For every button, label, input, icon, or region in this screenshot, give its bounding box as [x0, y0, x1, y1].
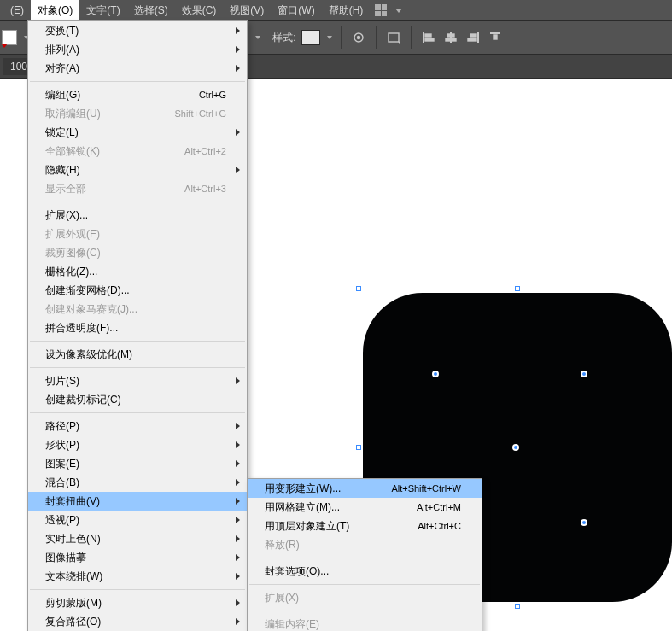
- menu-shortcut: Alt+Ctrl+3: [184, 184, 226, 194]
- menu-item[interactable]: 创建渐变网格(D)...: [28, 281, 247, 300]
- menu-item[interactable]: 封套扭曲(V): [28, 492, 247, 511]
- menu-item-label: 创建渐变网格(D)...: [45, 283, 130, 298]
- menu-item[interactable]: 剪切蒙版(M): [28, 593, 247, 612]
- fill-swatch[interactable]: [2, 30, 17, 45]
- menu-item[interactable]: 隐藏(H): [28, 161, 247, 179]
- anchor-point[interactable]: [581, 519, 587, 526]
- align-more-icon[interactable]: [487, 29, 504, 46]
- submenu-arrow-icon: [236, 441, 240, 448]
- menu-item-label: 混合(B): [45, 476, 79, 490]
- menubar: (E) 对象(O) 文字(T) 选择(S) 效果(C) 视图(V) 窗口(W) …: [0, 0, 672, 20]
- menu-item[interactable]: 文本绕排(W): [28, 567, 247, 586]
- menu-item-label: 释放(R): [265, 538, 300, 552]
- menu-item[interactable]: 形状(P): [28, 435, 247, 454]
- target-icon[interactable]: [350, 29, 367, 46]
- menu-text[interactable]: 文字(T): [79, 0, 126, 21]
- align-left-icon[interactable]: [420, 29, 437, 46]
- style-label: 样式:: [272, 31, 295, 45]
- menu-item[interactable]: 复合路径(O): [28, 612, 247, 631]
- menu-item-label: 取消编组(U): [45, 107, 101, 121]
- submenu-arrow-icon: [236, 65, 240, 72]
- anchor-point[interactable]: [432, 371, 439, 377]
- menu-item[interactable]: 路径(P): [28, 417, 247, 435]
- menu-item-label: 路径(P): [45, 419, 79, 434]
- align-artboard-icon[interactable]: [385, 29, 402, 46]
- anchor-point[interactable]: [512, 444, 519, 451]
- menu-item[interactable]: 拼合透明度(F)...: [28, 318, 247, 337]
- dropdown-icon[interactable]: [395, 9, 402, 13]
- workspace-icon[interactable]: [375, 4, 387, 16]
- menu-separator: [30, 412, 245, 413]
- svg-rect-4: [425, 34, 431, 37]
- menu-item[interactable]: 锁定(L): [28, 123, 247, 142]
- envelope-distort-submenu: 用变形建立(W)...Alt+Shift+Ctrl+W用网格建立(M)...Al…: [247, 478, 482, 631]
- menu-separator: [30, 341, 245, 342]
- menu-window[interactable]: 窗口(W): [271, 0, 321, 21]
- menu-select[interactable]: 选择(S): [127, 0, 175, 21]
- selection-handle[interactable]: [356, 286, 361, 291]
- submenu-arrow-icon: [236, 517, 240, 523]
- menu-item[interactable]: 对齐(A): [28, 59, 247, 78]
- menu-item-label: 拼合透明度(F)...: [45, 321, 118, 336]
- menu-effect[interactable]: 效果(C): [175, 0, 224, 21]
- menu-item[interactable]: 封套选项(O)...: [248, 562, 482, 581]
- menu-item-label: 隐藏(H): [45, 163, 80, 178]
- menu-shortcut: Ctrl+G: [199, 90, 226, 100]
- menu-item-label: 创建对象马赛克(J)...: [45, 302, 137, 317]
- menu-item[interactable]: 栅格化(Z)...: [28, 262, 247, 281]
- menu-item[interactable]: 用网格建立(M)...Alt+Ctrl+M: [248, 498, 482, 517]
- menu-item-label: 文本绕排(W): [45, 570, 102, 584]
- svg-rect-8: [446, 38, 456, 41]
- selection-handle[interactable]: [515, 604, 520, 609]
- menu-separator: [30, 589, 245, 590]
- submenu-arrow-icon: [236, 599, 240, 606]
- style-swatch[interactable]: [301, 30, 320, 45]
- selection-handle[interactable]: [356, 445, 361, 450]
- menu-edit[interactable]: (E): [3, 1, 31, 20]
- menu-item[interactable]: 扩展(X)...: [28, 206, 247, 225]
- menu-item-label: 复合路径(O): [45, 615, 101, 629]
- submenu-arrow-icon: [236, 27, 240, 34]
- menu-item: 扩展外观(E): [28, 225, 247, 243]
- menu-item[interactable]: 编组(G)Ctrl+G: [28, 85, 247, 104]
- svg-rect-10: [470, 34, 476, 37]
- anchor-point[interactable]: [581, 371, 587, 377]
- menu-item[interactable]: 混合(B): [28, 473, 247, 492]
- align-center-h-icon[interactable]: [442, 29, 459, 46]
- selection-handle[interactable]: [515, 286, 520, 291]
- menu-item-label: 图案(E): [45, 457, 79, 471]
- menu-help[interactable]: 帮助(H): [322, 0, 371, 21]
- menu-item[interactable]: 设为像素级优化(M): [28, 345, 247, 364]
- align-right-icon[interactable]: [465, 29, 482, 46]
- menu-item[interactable]: 透视(P): [28, 511, 247, 529]
- menu-item: 创建对象马赛克(J)...: [28, 300, 247, 318]
- submenu-arrow-icon: [236, 573, 240, 580]
- menu-item[interactable]: 图像描摹: [28, 548, 247, 567]
- menu-item-label: 编辑内容(E): [265, 617, 319, 632]
- menu-item-label: 用顶层对象建立(T): [265, 519, 349, 534]
- menu-item[interactable]: 变换(T): [28, 21, 247, 40]
- chevron-down-icon[interactable]: [255, 36, 260, 39]
- menu-item: 取消编组(U)Shift+Ctrl+G: [28, 104, 247, 123]
- submenu-arrow-icon: [236, 423, 240, 429]
- menu-item[interactable]: 实时上色(N): [28, 529, 247, 548]
- menu-item-label: 图像描摹: [45, 551, 86, 565]
- menu-item: 显示全部Alt+Ctrl+3: [28, 179, 247, 198]
- chevron-down-icon[interactable]: [327, 36, 332, 39]
- menu-item[interactable]: 排列(A): [28, 40, 247, 59]
- menu-item[interactable]: 用变形建立(W)...Alt+Shift+Ctrl+W: [248, 479, 482, 498]
- menu-separator: [30, 202, 245, 202]
- submenu-arrow-icon: [236, 498, 240, 505]
- menu-item[interactable]: 用顶层对象建立(T)Alt+Ctrl+C: [248, 517, 482, 535]
- svg-rect-7: [447, 34, 454, 37]
- submenu-arrow-icon: [236, 460, 240, 467]
- menu-item[interactable]: 创建裁切标记(C): [28, 390, 247, 409]
- menu-shortcut: Alt+Ctrl+M: [417, 502, 461, 512]
- menu-item-label: 锁定(L): [45, 126, 79, 140]
- submenu-arrow-icon: [236, 618, 240, 625]
- menu-object[interactable]: 对象(O): [31, 0, 79, 21]
- menu-item[interactable]: 切片(S): [28, 371, 247, 390]
- submenu-arrow-icon: [236, 377, 240, 384]
- menu-view[interactable]: 视图(V): [223, 0, 271, 21]
- menu-item[interactable]: 图案(E): [28, 454, 247, 473]
